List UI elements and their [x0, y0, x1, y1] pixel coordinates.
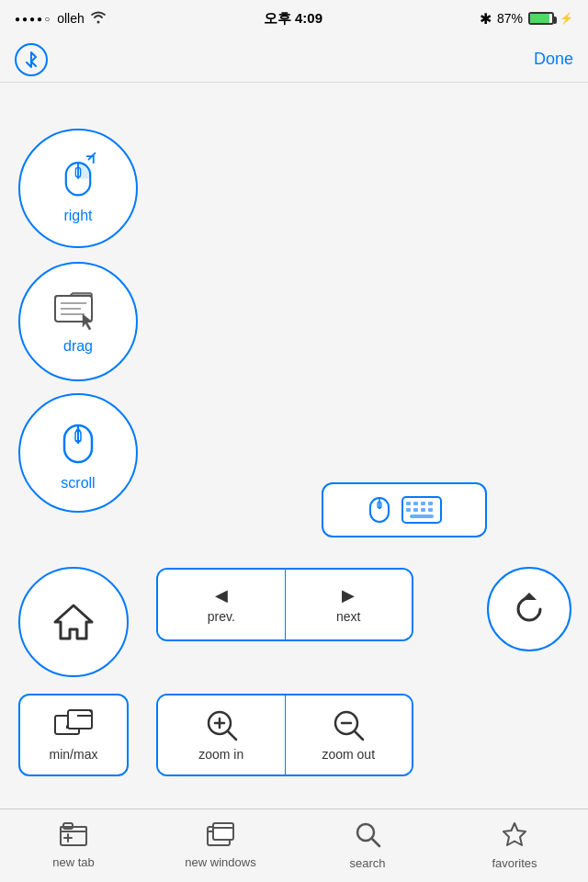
- zoom-in-label: zoom in: [198, 747, 243, 762]
- svg-point-0: [96, 20, 99, 23]
- scroll-button[interactable]: scroll: [18, 393, 138, 513]
- minmax-label: min/max: [50, 747, 98, 762]
- new-tab-icon: [60, 822, 87, 852]
- svg-marker-11: [83, 314, 92, 330]
- new-windows-icon: [207, 822, 234, 852]
- bluetooth-button[interactable]: [15, 43, 48, 76]
- prev-label: prev.: [208, 609, 235, 624]
- status-bar: ●●●●○ olleh 오후 4:09 ✱ 87% ⚡: [0, 0, 588, 37]
- svg-rect-21: [406, 502, 411, 505]
- zoom-in-button[interactable]: zoom in: [158, 695, 286, 775]
- svg-line-40: [228, 731, 236, 740]
- wifi-icon: [90, 11, 107, 27]
- tab-search[interactable]: search: [294, 821, 441, 870]
- carrier-label: olleh: [57, 11, 85, 26]
- charging-icon: ⚡: [560, 12, 573, 25]
- done-button[interactable]: Done: [534, 50, 573, 69]
- svg-rect-24: [428, 502, 433, 505]
- bluetooth-status-icon: ✱: [480, 10, 492, 28]
- minmax-button[interactable]: min/max: [18, 694, 129, 776]
- svg-marker-31: [522, 593, 537, 600]
- right-click-button[interactable]: right: [18, 129, 138, 248]
- svg-rect-26: [413, 508, 418, 512]
- svg-rect-25: [406, 508, 411, 512]
- zoom-row: zoom in zoom out: [156, 694, 413, 776]
- svg-marker-30: [55, 605, 92, 639]
- svg-rect-23: [421, 502, 425, 505]
- prev-arrow-icon: ◀: [215, 585, 228, 605]
- status-right: ✱ 87% ⚡: [480, 10, 573, 28]
- favorites-icon: [502, 821, 527, 853]
- battery-icon: [528, 12, 554, 25]
- zoom-out-label: zoom out: [322, 747, 375, 762]
- svg-rect-44: [61, 827, 86, 845]
- zoom-out-button[interactable]: zoom out: [286, 695, 413, 775]
- svg-line-54: [372, 839, 379, 846]
- svg-rect-29: [410, 514, 434, 518]
- status-time: 오후 4:09: [264, 10, 322, 28]
- search-label: search: [349, 856, 385, 870]
- reload-button[interactable]: [487, 567, 571, 651]
- svg-rect-22: [413, 502, 418, 505]
- signal-dots: ●●●●○: [15, 14, 51, 24]
- tab-new-windows[interactable]: new windows: [147, 822, 294, 869]
- drag-label: drag: [63, 338, 93, 355]
- home-button[interactable]: [18, 567, 129, 677]
- next-button[interactable]: ▶ next: [286, 570, 413, 639]
- next-label: next: [336, 609, 360, 624]
- battery-percent: 87%: [497, 11, 523, 26]
- svg-line-43: [355, 731, 363, 740]
- search-icon: [355, 821, 380, 853]
- keyboard-mouse-button[interactable]: [322, 482, 487, 537]
- new-tab-label: new tab: [52, 855, 95, 869]
- favorites-label: favorites: [492, 856, 537, 870]
- prevnext-row: ◀ prev. ▶ next: [156, 568, 413, 641]
- svg-rect-28: [428, 508, 433, 512]
- drag-button[interactable]: drag: [18, 262, 138, 381]
- scroll-label: scroll: [61, 475, 95, 492]
- svg-rect-33: [68, 710, 92, 729]
- tab-favorites[interactable]: favorites: [441, 821, 588, 870]
- new-windows-label: new windows: [185, 855, 255, 869]
- svg-rect-51: [213, 823, 233, 840]
- svg-marker-55: [503, 823, 526, 845]
- nav-bar: Done: [0, 37, 588, 83]
- svg-rect-27: [421, 508, 425, 512]
- tab-bar: new tab new windows search: [0, 808, 588, 882]
- svg-marker-15: [75, 427, 81, 431]
- tab-new-tab[interactable]: new tab: [0, 822, 147, 869]
- next-arrow-icon: ▶: [342, 585, 355, 605]
- status-left: ●●●●○ olleh: [15, 11, 107, 27]
- right-label: right: [63, 208, 92, 224]
- prev-button[interactable]: ◀ prev.: [158, 570, 286, 639]
